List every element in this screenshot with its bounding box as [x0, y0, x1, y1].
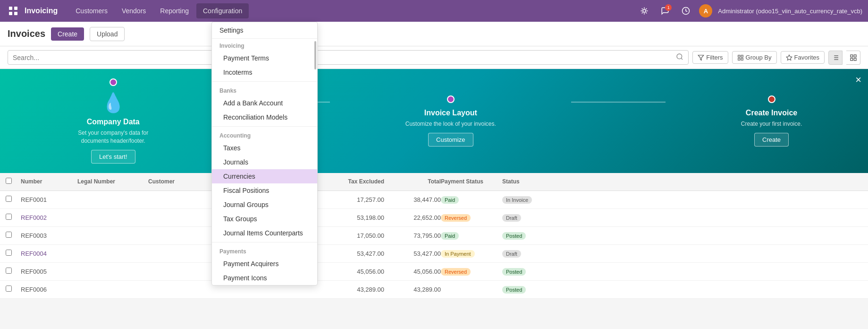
select-all-checkbox[interactable]	[6, 178, 12, 184]
user-avatar[interactable]: A	[699, 4, 712, 17]
col-paystatus-header: Payment Status	[441, 178, 502, 185]
onboarding-step-create: Create Invoice Create your first invoice…	[741, 95, 802, 147]
configuration-dropdown: Settings Invoicing Payment Terms Incoter…	[211, 22, 318, 286]
top-nav: Invoicing Customers Vendors Reporting Co…	[0, 0, 868, 22]
filters-button[interactable]: Filters	[692, 51, 728, 64]
table-row: REF0006 43,289.00 43,289.00 Posted	[0, 281, 868, 299]
menu-item-incoterms[interactable]: Incoterms	[212, 65, 317, 79]
filters-label: Filters	[706, 54, 723, 61]
svg-rect-1	[14, 7, 17, 10]
menu-item-currencies[interactable]: Currencies	[212, 169, 317, 183]
view-toggle-kanban[interactable]	[846, 51, 860, 65]
row6-checkbox[interactable]	[6, 286, 12, 292]
svg-rect-3	[14, 12, 17, 15]
menu-item-fiscal-positions[interactable]: Fiscal Positions	[212, 183, 317, 198]
step2-btn[interactable]: Customize	[428, 133, 473, 147]
nav-menu: Customers Vendors Reporting Configuratio…	[69, 3, 633, 18]
svg-marker-11	[786, 55, 792, 60]
menu-section-banks: Banks	[212, 84, 317, 96]
search-bar: Filters Group By Favorites	[0, 46, 868, 69]
svg-rect-9	[738, 58, 740, 60]
col-number-header: Number	[21, 178, 77, 185]
svg-rect-18	[851, 55, 853, 57]
svg-rect-2	[9, 12, 12, 15]
groupby-label: Group By	[746, 54, 772, 61]
svg-rect-20	[851, 58, 853, 61]
nav-item-configuration[interactable]: Configuration	[196, 3, 249, 18]
menu-item-payment-icons[interactable]: Payment Icons	[212, 271, 317, 285]
menu-item-payment-acquirers[interactable]: Payment Acquirers	[212, 257, 317, 271]
row4-checkbox[interactable]	[6, 250, 12, 256]
menu-item-reconciliation[interactable]: Reconciliation Models	[212, 110, 317, 124]
row5-checkbox[interactable]	[6, 268, 12, 274]
svg-rect-8	[741, 55, 743, 57]
menu-item-journal-groups[interactable]: Journal Groups	[212, 198, 317, 212]
svg-rect-21	[854, 58, 856, 61]
step1-btn[interactable]: Let's start!	[91, 150, 135, 164]
col-tax-header: Tax Excluded	[318, 178, 384, 185]
menu-section-invoicing: Invoicing	[212, 39, 317, 51]
svg-rect-7	[738, 55, 740, 57]
svg-point-4	[643, 9, 646, 12]
menu-item-payment-terms[interactable]: Payment Terms	[212, 51, 317, 65]
menu-item-journal-items[interactable]: Journal Items Counterparts	[212, 226, 317, 240]
groupby-button[interactable]: Group By	[732, 51, 777, 64]
col-status-header: Status	[502, 178, 559, 185]
onboarding-step-layout: Invoice Layout Customize the look of you…	[405, 95, 496, 147]
svg-rect-0	[9, 7, 12, 10]
table-row: REF0004 53,427.00 53,427.00 In Payment D…	[0, 245, 868, 263]
step3-title: Create Invoice	[746, 109, 797, 117]
page-title: Invoices	[8, 28, 45, 39]
grid-icon[interactable]	[6, 3, 21, 18]
step3-btn[interactable]: Create	[754, 133, 789, 147]
main-area: × 💧 Company Data Set your company's data…	[0, 69, 868, 329]
menu-item-add-bank[interactable]: Add a Bank Account	[212, 96, 317, 110]
col-total-header: Total	[384, 178, 441, 185]
step1-desc: Set your company's data for documents he…	[66, 129, 160, 145]
svg-point-6	[677, 54, 682, 59]
chat-badge: 1	[665, 4, 672, 11]
step2-desc: Customize the look of your invoices.	[405, 120, 496, 128]
menu-section-payments: Payments	[212, 244, 317, 257]
menu-section-accounting: Accounting	[212, 129, 317, 141]
col-checkbox-header[interactable]	[6, 178, 21, 185]
view-toggle-list[interactable]	[828, 51, 843, 65]
table-row: REF0001 17,257.00 38,447.00 Paid In Invo…	[0, 191, 868, 209]
table-body: REF0001 17,257.00 38,447.00 Paid In Invo…	[0, 191, 868, 299]
row3-checkbox[interactable]	[6, 232, 12, 238]
onboarding-banner: × 💧 Company Data Set your company's data…	[0, 69, 868, 173]
row1-checkbox[interactable]	[6, 196, 12, 202]
upload-button[interactable]: Upload	[90, 27, 125, 41]
nav-item-reporting[interactable]: Reporting	[153, 3, 195, 18]
menu-item-journals[interactable]: Journals	[212, 155, 317, 169]
svg-rect-10	[741, 58, 743, 60]
step1-title: Company Data	[87, 118, 140, 126]
svg-rect-19	[854, 55, 856, 57]
nav-item-vendors[interactable]: Vendors	[115, 3, 152, 18]
menu-item-settings[interactable]: Settings	[212, 22, 317, 38]
table-row: REF0005 45,056.00 45,056.00 Reversed Pos…	[0, 263, 868, 281]
bug-icon[interactable]	[637, 3, 652, 18]
clock-icon[interactable]	[678, 3, 693, 18]
user-label: Administrator (odoo15_viin_auto_currency…	[718, 8, 862, 15]
favorites-label: Favorites	[794, 54, 819, 61]
favorites-button[interactable]: Favorites	[781, 51, 825, 64]
search-input[interactable]	[13, 54, 676, 61]
menu-item-tax-groups[interactable]: Tax Groups	[212, 212, 317, 226]
create-button[interactable]: Create	[51, 27, 84, 41]
banner-close-button[interactable]: ×	[855, 74, 861, 86]
app-title: Invoicing	[25, 7, 58, 15]
page-container: Invoices Create Upload Filters Group By …	[0, 22, 868, 329]
row2-checkbox[interactable]	[6, 214, 12, 220]
sub-header: Invoices Create Upload	[0, 22, 868, 46]
onboarding-step-company: 💧 Company Data Set your company's data f…	[66, 78, 160, 164]
menu-item-taxes[interactable]: Taxes	[212, 141, 317, 155]
chat-icon[interactable]: 1	[657, 3, 673, 18]
table-row: REF0003 17,050.00 73,795.00 Paid Posted	[0, 227, 868, 245]
nav-item-customers[interactable]: Customers	[69, 3, 114, 18]
nav-right: 1 A Administrator (odoo15_viin_auto_curr…	[637, 3, 862, 18]
table-header: Number Legal Number Customer Next Activi…	[0, 173, 868, 191]
step3-desc: Create your first invoice.	[741, 120, 802, 128]
table-row: REF0002 53,198.00 22,652.00 Reversed Dra…	[0, 209, 868, 227]
search-icon[interactable]	[676, 53, 683, 62]
